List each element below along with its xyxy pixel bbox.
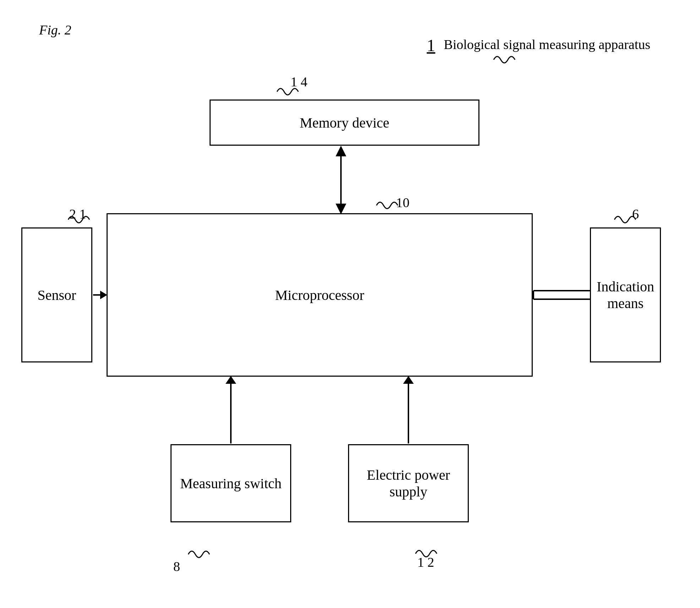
legend: 1 Biological signal measuring apparatus: [427, 36, 650, 54]
electric-power-supply-label: Electric power supply: [349, 467, 468, 500]
sensor-label: Sensor: [38, 287, 76, 303]
microprocessor-box: Microprocessor: [107, 213, 533, 377]
electric-power-supply-box: Electric power supply: [348, 444, 469, 522]
indication-means-label: Indication means: [591, 278, 660, 312]
ref-8: 8: [173, 559, 180, 574]
indication-means-box: Indication means: [590, 227, 661, 362]
memory-device-box: Memory device: [210, 99, 479, 146]
fig-label: Fig. 2: [39, 22, 71, 38]
ref-10: 10: [396, 195, 409, 210]
svg-marker-10: [226, 376, 236, 384]
legend-text: Biological signal measuring apparatus: [444, 36, 650, 54]
memory-device-label: Memory device: [300, 114, 389, 131]
measuring-switch-box: Measuring switch: [170, 444, 291, 522]
ref-6: 6: [632, 206, 639, 222]
sensor-box: Sensor: [21, 227, 92, 362]
measuring-switch-label: Measuring switch: [180, 475, 282, 492]
svg-marker-1: [336, 146, 346, 156]
legend-number: 1: [427, 36, 435, 54]
ref-21: 2 1: [69, 206, 86, 222]
svg-marker-12: [403, 376, 414, 384]
ref-12: 1 2: [417, 554, 434, 570]
svg-marker-2: [336, 204, 346, 214]
svg-marker-4: [100, 291, 107, 299]
diagram-container: Fig. 2 1 Biological signal measuring app…: [0, 0, 700, 608]
microprocessor-label: Microprocessor: [275, 287, 364, 303]
ref-14: 1 4: [291, 74, 308, 90]
